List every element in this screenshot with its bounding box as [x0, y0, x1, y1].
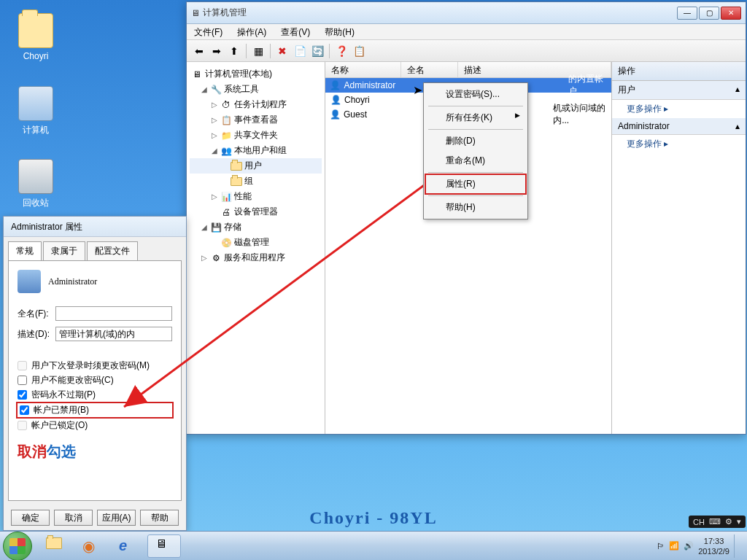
tree-root[interactable]: 🖥计算机管理(本地) [190, 66, 322, 82]
checkbox[interactable] [18, 390, 27, 400]
check-never-expire[interactable]: 密码永不过期(P) [18, 389, 172, 401]
check-cannot-change[interactable]: 用户不能更改密码(C) [18, 374, 172, 386]
actions-user-header[interactable]: 用户▴ [612, 81, 746, 100]
cm-properties[interactable]: 属性(R) [425, 174, 526, 194]
cm-setpassword[interactable]: 设置密码(S)... [425, 85, 526, 104]
tree-tasksched[interactable]: ▷⏱任务计划程序 [190, 97, 322, 112]
titlebar[interactable]: 🖥 计算机管理 — ▢ ✕ [187, 2, 746, 24]
menu-action[interactable]: 操作(A) [230, 24, 274, 39]
refresh-button[interactable]: 🔄 [309, 43, 325, 59]
tree-services[interactable]: ▷⚙服务和应用程序 [190, 250, 322, 265]
col-name[interactable]: 名称 [325, 62, 401, 77]
desktop-icon-recycle[interactable]: 回收站 [10, 159, 61, 209]
tree-systools[interactable]: ◢🔧系统工具 [190, 82, 322, 97]
computer-icon [18, 86, 53, 121]
checkbox[interactable] [18, 421, 27, 430]
delete-button[interactable]: ✖ [274, 43, 290, 59]
tab-general[interactable]: 常规 [8, 241, 42, 260]
chevron-down-icon[interactable]: ▾ [737, 517, 741, 526]
taskbar-mediaplayer[interactable]: ◉ [74, 534, 108, 558]
tree-devmgr[interactable]: 🖨设备管理器 [190, 204, 322, 219]
cancel-button[interactable]: 取消 [54, 510, 93, 526]
tree-eventviewer[interactable]: ▷📋事件查看器 [190, 112, 322, 128]
checkbox[interactable] [20, 405, 29, 415]
actions-admin-header[interactable]: Administrator▴ [612, 118, 746, 135]
menu-view[interactable]: 查看(V) [274, 24, 317, 39]
tab-memberof[interactable]: 隶属于 [43, 241, 85, 260]
menu-file[interactable]: 文件(F) [187, 24, 230, 39]
options-icon[interactable]: ⚙ [725, 517, 732, 526]
nav-tree: 🖥计算机管理(本地) ◢🔧系统工具 ▷⏱任务计划程序 ▷📋事件查看器 ▷📁共享文… [187, 62, 325, 434]
menu-help[interactable]: 帮助(H) [317, 24, 362, 39]
mgmt-icon: 🖥 [191, 69, 203, 80]
expand-icon[interactable]: ▷ [210, 192, 218, 201]
expand-icon[interactable]: ▷ [210, 116, 218, 124]
help-button[interactable]: ❓ [333, 43, 349, 59]
minimize-button[interactable]: — [677, 7, 697, 20]
tree-storage[interactable]: ◢💾存储 [190, 219, 322, 235]
actions-more[interactable]: 更多操作 ▸ [612, 100, 746, 118]
dialog-buttons: 确定 取消 应用(A) 帮助 [4, 505, 186, 530]
actions-header: 操作 [612, 62, 746, 81]
fullname-input[interactable] [55, 306, 172, 321]
cm-help[interactable]: 帮助(H) [425, 198, 526, 217]
expand-icon[interactable]: ◢ [200, 223, 208, 231]
export-button[interactable]: 📋 [351, 43, 367, 59]
language-bar[interactable]: CH ⌨ ⚙ ▾ [689, 516, 746, 528]
forward-button[interactable]: ➡ [209, 43, 225, 59]
administrator-properties-dialog: Administrator 属性 常规 隶属于 配置文件 Administrat… [3, 216, 187, 531]
tray-clock[interactable]: 17:33 2013/2/9 [698, 536, 729, 556]
expand-icon[interactable]: ◢ [210, 147, 218, 155]
mgmt-icon: 🖥 [155, 537, 173, 555]
ie-icon: e [119, 537, 136, 555]
tree-users[interactable]: 用户 [190, 158, 322, 174]
check-locked[interactable]: 帐户已锁定(O) [18, 419, 172, 432]
expand-icon[interactable]: ▷ [210, 101, 218, 109]
separator [428, 106, 523, 106]
check-disabled[interactable]: 帐户已禁用(B) [18, 403, 172, 417]
properties-button[interactable]: 📄 [292, 43, 308, 59]
tab-profile[interactable]: 配置文件 [87, 241, 138, 260]
cm-rename[interactable]: 重命名(M) [425, 151, 526, 171]
desc-input[interactable] [55, 327, 172, 341]
user-icon: 👤 [330, 109, 341, 120]
col-fullname[interactable]: 全名 [401, 62, 458, 77]
start-button[interactable] [3, 532, 32, 561]
tree-shared[interactable]: ▷📁共享文件夹 [190, 128, 322, 143]
separator [428, 172, 523, 173]
checkbox[interactable] [18, 361, 27, 370]
show-hide-button[interactable]: ▦ [250, 43, 266, 59]
show-desktop-button[interactable] [734, 534, 741, 558]
tree-localusers[interactable]: ◢👥本地用户和组 [190, 143, 322, 158]
up-button[interactable]: ⬆ [226, 43, 242, 59]
tray-network-icon[interactable]: 📶 [669, 541, 679, 551]
desktop-icon-choyri[interactable]: Choyri [10, 13, 61, 61]
desktop-icon-computer[interactable]: 计算机 [10, 86, 61, 136]
expand-icon[interactable]: ◢ [200, 85, 208, 93]
tree-perf[interactable]: ▷📊性能 [190, 189, 322, 204]
taskbar-explorer[interactable] [38, 534, 71, 558]
taskbar-ie[interactable]: e [111, 534, 144, 558]
maximize-button[interactable]: ▢ [699, 7, 719, 20]
ok-button[interactable]: 确定 [11, 510, 50, 526]
tray-volume-icon[interactable]: 🔊 [684, 541, 694, 551]
expand-icon[interactable]: ▷ [200, 254, 208, 262]
check-must-change[interactable]: 用户下次登录时须更改密码(M) [18, 359, 172, 372]
back-button[interactable]: ⬅ [191, 43, 207, 59]
cm-alltasks[interactable]: 所有任务(K) [425, 108, 526, 128]
tree-diskmgr[interactable]: 📀磁盘管理 [190, 235, 322, 250]
lang-indicator[interactable]: CH [693, 518, 705, 526]
close-button[interactable]: ✕ [721, 7, 741, 20]
apply-button[interactable]: 应用(A) [97, 510, 136, 526]
actions-more-admin[interactable]: 更多操作 ▸ [612, 135, 746, 153]
cm-delete[interactable]: 删除(D) [425, 131, 526, 151]
expand-icon[interactable]: ▷ [210, 131, 218, 139]
tree-groups[interactable]: 组 [190, 174, 322, 189]
checkbox[interactable] [18, 376, 27, 385]
help-button[interactable]: 帮助 [140, 510, 179, 526]
keyboard-icon[interactable]: ⌨ [709, 517, 721, 526]
tray-flag-icon[interactable]: 🏳 [657, 542, 665, 551]
taskbar-mgmt[interactable]: 🖥 [147, 534, 181, 558]
dialog-title[interactable]: Administrator 属性 [4, 217, 186, 237]
separator [270, 44, 271, 58]
